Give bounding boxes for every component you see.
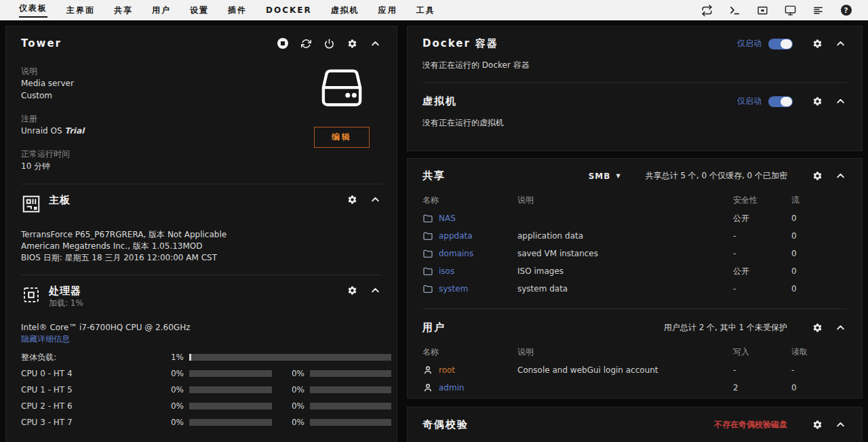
cpu-title: 处理器 bbox=[49, 285, 83, 298]
registration-label: 注册 bbox=[21, 113, 84, 124]
user-row: root Console and webGui login account - … bbox=[422, 361, 821, 379]
description-line: Custom bbox=[21, 90, 84, 101]
motherboard-title: 主板 bbox=[49, 194, 71, 207]
users-table: 名称 说明 写入 读取 root Console and webGui logi… bbox=[408, 338, 862, 402]
user-link[interactable]: root bbox=[439, 365, 455, 375]
nav-item-settings[interactable]: 设置 bbox=[180, 0, 218, 20]
folder-icon bbox=[422, 248, 433, 259]
started-only-label: 仅启动 bbox=[737, 96, 762, 107]
started-only-toggle[interactable] bbox=[768, 39, 793, 49]
power-icon[interactable] bbox=[323, 38, 334, 49]
ht-load-bar bbox=[310, 386, 391, 393]
nav-item-tools[interactable]: 工具 bbox=[407, 0, 445, 20]
shares-users-panel: 共享 SMB▼ 共享总计 5 个, 0 个仅缓存, 0 个已加密 名称 说明 安… bbox=[407, 158, 863, 399]
edit-button[interactable]: 编辑 bbox=[314, 127, 370, 148]
user-link[interactable]: admin bbox=[439, 383, 465, 393]
gear-icon[interactable] bbox=[812, 420, 823, 430]
nav-item-docker[interactable]: DOCKER bbox=[256, 0, 321, 20]
cpu-load-bar bbox=[189, 403, 272, 409]
motherboard-bios-date: BIOS 日期: 星期五 18 三月 2016 12:00:00 AM CST bbox=[21, 252, 380, 264]
vm-empty-text: 没有正在运行的虚拟机 bbox=[408, 117, 862, 140]
cpu-load-bar bbox=[189, 370, 272, 377]
started-only-label: 仅启动 bbox=[737, 38, 762, 49]
parity-title: 奇偶校验 bbox=[422, 418, 469, 431]
description-line: Media server bbox=[21, 78, 84, 89]
log-icon[interactable] bbox=[812, 5, 824, 16]
vm-title: 虚拟机 bbox=[422, 95, 457, 108]
chevron-up-icon[interactable] bbox=[835, 96, 846, 107]
repeat-icon[interactable] bbox=[701, 5, 713, 16]
chevron-up-icon[interactable] bbox=[370, 194, 380, 205]
gear-icon[interactable] bbox=[347, 38, 357, 49]
monitor-icon[interactable] bbox=[785, 5, 796, 16]
chevron-up-icon[interactable] bbox=[370, 285, 380, 296]
cpu-core-row: CPU 3 - HT 7 0% 0% bbox=[21, 414, 380, 430]
chevron-up-icon[interactable] bbox=[835, 39, 846, 49]
docker-empty-text: 没有正在运行的 Docker 容器 bbox=[408, 60, 862, 82]
nav-item-dashboard[interactable]: 仪表板 bbox=[9, 0, 57, 20]
stop-array-icon[interactable] bbox=[277, 38, 288, 49]
overall-load-bar bbox=[189, 354, 391, 361]
terminal-icon[interactable] bbox=[729, 5, 741, 16]
gear-icon[interactable] bbox=[347, 194, 357, 205]
window-icon[interactable] bbox=[757, 5, 768, 16]
uptime-label: 正常运行时间 bbox=[21, 148, 84, 159]
cpu-icon bbox=[21, 285, 41, 305]
server-icon bbox=[318, 67, 366, 112]
share-row: domains saved VM instances - 0 bbox=[422, 245, 821, 262]
chevron-up-icon[interactable] bbox=[370, 38, 380, 49]
nav-item-apps[interactable]: 应用 bbox=[369, 0, 407, 20]
parity-panel: 奇偶校验 不存在奇偶校验磁盘 bbox=[407, 407, 863, 442]
hide-details-link[interactable]: 隐藏详细信息 bbox=[21, 334, 380, 345]
registration-value: Unraid OS Trial bbox=[21, 125, 84, 136]
protocol-select[interactable]: SMB▼ bbox=[589, 172, 621, 181]
gear-icon[interactable] bbox=[812, 171, 823, 182]
share-link[interactable]: system bbox=[439, 284, 468, 294]
cpu-core-row: CPU 0 - HT 4 0% 0% bbox=[21, 365, 380, 382]
share-link[interactable]: isos bbox=[439, 266, 454, 276]
users-summary: 用户总计 2 个, 其中 1 个未受保护 bbox=[664, 322, 787, 334]
share-link[interactable]: appdata bbox=[439, 231, 473, 241]
uptime-value: 10 分钟 bbox=[21, 161, 84, 172]
folder-icon bbox=[422, 266, 433, 277]
cpu-core-row: CPU 1 - HT 5 0% 0% bbox=[21, 382, 380, 398]
nav-item-main[interactable]: 主界面 bbox=[57, 0, 104, 20]
ht-load-bar bbox=[310, 370, 391, 377]
chevron-up-icon[interactable] bbox=[835, 323, 846, 334]
cpu-core-row: CPU 2 - HT 6 0% 0% bbox=[21, 398, 380, 414]
nav-item-users[interactable]: 用户 bbox=[142, 0, 180, 20]
help-icon[interactable]: ? bbox=[840, 5, 852, 16]
cpu-load-bar bbox=[189, 386, 272, 393]
cpu-load-bar bbox=[189, 419, 272, 426]
share-row: appdata application data - 0 bbox=[422, 227, 821, 245]
folder-icon bbox=[422, 230, 433, 241]
nav-item-plugins[interactable]: 插件 bbox=[218, 0, 256, 20]
gear-icon[interactable] bbox=[812, 39, 823, 49]
share-row: NAS 公开 0 bbox=[422, 209, 821, 227]
users-title: 用户 bbox=[422, 321, 446, 334]
docker-vm-panel: Docker 容器 仅启动 没有正在运行的 Docker 容器 虚拟机 仅启动 bbox=[407, 26, 863, 151]
ht-load-bar bbox=[310, 403, 391, 409]
nav-item-vms[interactable]: 虚拟机 bbox=[321, 0, 369, 20]
share-link[interactable]: NAS bbox=[439, 214, 456, 223]
user-icon bbox=[422, 382, 433, 393]
ht-load-bar bbox=[310, 419, 391, 426]
chevron-up-icon[interactable] bbox=[835, 420, 846, 430]
share-link[interactable]: domains bbox=[439, 249, 473, 258]
started-only-toggle[interactable] bbox=[768, 96, 793, 107]
gear-icon[interactable] bbox=[812, 96, 823, 107]
chevron-up-icon[interactable] bbox=[835, 171, 846, 182]
gear-icon[interactable] bbox=[812, 323, 823, 334]
shares-title: 共享 bbox=[422, 169, 446, 182]
nav-item-shares[interactable]: 共享 bbox=[104, 0, 142, 20]
motherboard-model: TerransForce P65_P67RGRERA, 版本 Not Appli… bbox=[21, 229, 380, 241]
motherboard-bios-vendor: American Megatrends Inc., 版本 1.05.13MOD bbox=[21, 241, 380, 252]
share-row: isos ISO images 公开 0 bbox=[422, 262, 821, 280]
parity-status: 不存在奇偶校验磁盘 bbox=[714, 419, 787, 430]
server-panel: Tower 说明 Media server Custom 注册 Unraid O… bbox=[5, 26, 397, 442]
overall-load-value: 1% bbox=[161, 353, 189, 362]
cpu-load-table: 整体负载: 1% CPU 0 - HT 4 0% 0% CPU 1 - HT 5… bbox=[21, 349, 380, 430]
overall-load-label: 整体负载: bbox=[21, 352, 161, 363]
gear-icon[interactable] bbox=[347, 285, 357, 296]
refresh-icon[interactable] bbox=[300, 38, 311, 49]
